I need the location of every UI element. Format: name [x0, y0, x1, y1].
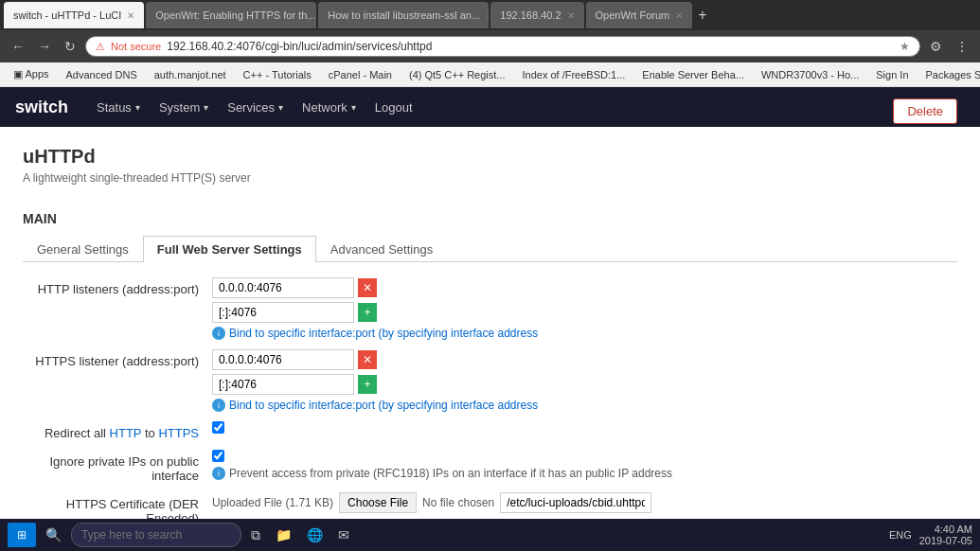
http-listeners-label: HTTP listeners (address:port)	[23, 277, 212, 296]
tab-1[interactable]: OpenWrt: Enabling HTTPS for th... ✕	[146, 2, 316, 28]
nav-logout[interactable]: Logout	[365, 97, 422, 118]
app-brand: switch	[15, 98, 68, 117]
https-listener-2-row: +	[212, 374, 957, 395]
ignore-private-note: Prevent access from private (RFC1918) IP…	[229, 467, 672, 480]
taskbar-mail-icon[interactable]: ✉	[332, 525, 355, 544]
ignore-private-label: Ignore private IPs on public interface	[23, 450, 212, 483]
tab-4[interactable]: OpenWrt Forum ✕	[586, 2, 693, 28]
http-listeners-controls: ✕ + i Bind to specific interface:port (b…	[212, 277, 957, 340]
tab-close-icon-3[interactable]: ✕	[567, 10, 575, 21]
back-button[interactable]: ←	[8, 37, 28, 56]
page-subtitle: A lightweight single-threaded HTTP(S) se…	[23, 171, 251, 185]
https-bind-text: Bind to specific interface:port (by spec…	[229, 399, 538, 412]
nav-status-arrow: ▾	[135, 102, 140, 113]
taskbar-time-display: 4:40 AM	[919, 524, 972, 535]
page-header: uHTTPd A lightweight single-threaded HTT…	[23, 146, 957, 200]
bookmarks-bar: ▣ Apps Advanced DNS auth.manjot.net C++ …	[0, 62, 980, 87]
tab-3[interactable]: 192.168.40.2 ✕	[490, 2, 583, 28]
nav-network-label: Network	[302, 100, 347, 115]
taskbar-search-input[interactable]	[71, 523, 241, 547]
tab-label-3: 192.168.40.2	[500, 9, 561, 21]
tab-full-web-server[interactable]: Full Web Server Settings	[143, 236, 316, 262]
http-bind-link[interactable]: i Bind to specific interface:port (by sp…	[212, 327, 957, 340]
tab-2[interactable]: How to install libustream-ssl an... ✕	[318, 2, 489, 28]
delete-button[interactable]: Delete	[893, 98, 957, 124]
tab-bar: switch - uHTTPd - LuCI ✕ OpenWrt: Enabli…	[0, 0, 980, 30]
taskbar-task-view-icon[interactable]: ⧉	[245, 525, 266, 545]
bm-wndr[interactable]: WNDR3700v3 - Ho...	[756, 67, 864, 82]
url-text: 192.168.40.2:4076/cgi-bin/luci/admin/ser…	[167, 40, 894, 53]
bm-signin[interactable]: Sign In	[870, 67, 914, 82]
http-listener-1-input[interactable]	[212, 277, 354, 298]
https-bind-link[interactable]: i Bind to specific interface:port (by sp…	[212, 399, 957, 412]
bm-qt5[interactable]: (4) Qt5 C++ Regist...	[403, 67, 510, 82]
https-listener-1-remove[interactable]: ✕	[358, 350, 377, 369]
https-cert-control: Uploaded File (1.71 KB) Choose File No f…	[212, 492, 957, 513]
http-listener-2-add[interactable]: +	[358, 303, 377, 322]
forward-button[interactable]: →	[34, 37, 55, 56]
taskbar-language: ENG	[889, 529, 912, 541]
https-cert-choose-button[interactable]: Choose File	[339, 492, 417, 513]
extensions-button[interactable]: ⚙	[926, 37, 946, 56]
start-button[interactable]: ⊞	[8, 523, 36, 547]
bm-freebsd[interactable]: Index of /FreeBSD:1...	[516, 67, 631, 82]
https-listener-row: HTTPS listener (address:port) ✕ + i Bind…	[23, 349, 957, 412]
tab-label-2: How to install libustream-ssl an...	[328, 9, 480, 21]
tab-label-1: OpenWrt: Enabling HTTPS for th...	[155, 9, 315, 21]
http-listener-1-row: ✕	[212, 277, 957, 298]
ignore-private-checkbox[interactable]	[212, 450, 224, 462]
nav-services-label: Services	[227, 100, 275, 115]
tab-close-icon[interactable]: ✕	[127, 10, 134, 21]
page-title: uHTTPd	[23, 146, 251, 168]
bm-enable-server[interactable]: Enable Server Beha...	[636, 67, 750, 82]
https-listener-label: HTTPS listener (address:port)	[23, 349, 212, 368]
tab-close-icon-4[interactable]: ✕	[675, 10, 683, 21]
redirect-checkbox[interactable]	[212, 421, 224, 434]
bm-auth[interactable]: auth.manjot.net	[149, 67, 232, 82]
https-link[interactable]: HTTPS	[158, 426, 199, 440]
nav-system[interactable]: System ▾	[150, 97, 218, 118]
info-icon-private: i	[212, 467, 225, 480]
nav-status-label: Status	[97, 100, 132, 115]
https-listener-1-row: ✕	[212, 349, 957, 370]
http-link[interactable]: HTTP	[110, 426, 142, 440]
taskbar-edge-icon[interactable]: 🌐	[301, 525, 329, 544]
refresh-button[interactable]: ↻	[61, 37, 80, 56]
bm-packages[interactable]: Packages Search -...	[920, 67, 980, 82]
http-bind-text: Bind to specific interface:port (by spec…	[229, 327, 538, 340]
bm-cpp[interactable]: C++ - Tutorials	[238, 67, 317, 82]
menu-button[interactable]: ⋮	[952, 37, 972, 56]
https-listener-1-input[interactable]	[212, 349, 354, 370]
https-cert-upload-row: Uploaded File (1.71 KB) Choose File No f…	[212, 492, 957, 513]
tab-advanced-settings[interactable]: Advanced Settings	[316, 236, 447, 262]
taskbar: ⊞ 🔍 ⧉ 📁 🌐 ✉ ENG 4:40 AM 2019-07-05	[0, 519, 980, 551]
nav-status[interactable]: Status ▾	[87, 97, 150, 118]
nav-services[interactable]: Services ▾	[218, 97, 293, 118]
info-icon-http: i	[212, 327, 225, 340]
redirect-row: Redirect all HTTP to HTTPS	[23, 421, 957, 440]
https-cert-uploaded-label: Uploaded File (1.71 KB)	[212, 496, 333, 509]
nav-network[interactable]: Network ▾	[293, 97, 365, 118]
http-listener-1-remove[interactable]: ✕	[358, 278, 377, 297]
ignore-private-row: Ignore private IPs on public interface i…	[23, 450, 957, 483]
https-listener-2-add[interactable]: +	[358, 375, 377, 394]
bm-advanced-dns[interactable]: Advanced DNS	[61, 67, 143, 82]
main-content: uHTTPd A lightweight single-threaded HTT…	[0, 127, 980, 551]
https-listener-2-input[interactable]	[212, 374, 354, 395]
address-bar[interactable]: ⚠ Not secure 192.168.40.2:4076/cgi-bin/l…	[85, 36, 920, 57]
nav-system-arrow: ▾	[204, 102, 208, 113]
ignore-private-note-row: i Prevent access from private (RFC1918) …	[212, 467, 957, 480]
https-cert-path-input[interactable]	[500, 492, 651, 513]
http-listener-2-input[interactable]	[212, 302, 354, 323]
info-icon-https: i	[212, 399, 225, 412]
new-tab-button[interactable]: +	[698, 7, 706, 24]
tab-general-settings[interactable]: General Settings	[23, 236, 143, 262]
taskbar-file-explorer-icon[interactable]: 📁	[270, 525, 297, 544]
taskbar-sys: ENG 4:40 AM 2019-07-05	[889, 524, 972, 546]
bm-apps[interactable]: ▣ Apps	[8, 66, 55, 82]
tab-close-icon-2[interactable]: ✕	[486, 10, 489, 21]
taskbar-clock: 4:40 AM 2019-07-05	[919, 524, 972, 546]
tab-active[interactable]: switch - uHTTPd - LuCI ✕	[4, 2, 144, 28]
bm-cpanel[interactable]: cPanel - Main	[323, 67, 398, 82]
star-icon[interactable]: ★	[900, 40, 910, 53]
